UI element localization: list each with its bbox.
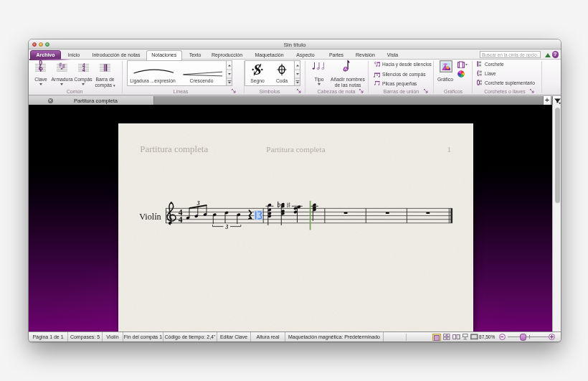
svg-text:A: A [344,67,348,71]
svg-text:Partitura completa: Partitura completa [140,144,208,154]
svg-text:3: 3 [224,224,228,230]
svg-text:3: 3 [196,200,200,207]
svg-text:Violín: Violín [139,212,161,222]
svg-text:Partitura completa: Partitura completa [266,145,325,154]
svg-text:4: 4 [82,67,85,72]
svg-text:4: 4 [179,215,183,224]
svg-text:1: 1 [447,145,452,154]
